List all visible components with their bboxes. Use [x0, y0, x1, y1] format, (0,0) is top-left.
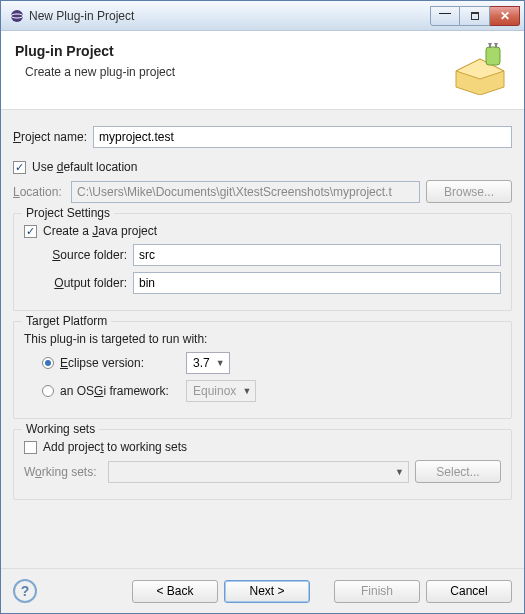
- chevron-down-icon: ▼: [242, 386, 251, 396]
- working-sets-label: Working sets:: [24, 465, 102, 479]
- use-default-location-label: Use default location: [32, 160, 137, 174]
- window-buttons: — ✕: [430, 6, 520, 26]
- plugin-wizard-icon: [450, 43, 510, 95]
- create-java-checkbox[interactable]: ✓: [24, 225, 37, 238]
- project-settings-group: Project Settings ✓ Create a Java project…: [13, 213, 512, 311]
- target-platform-group: Target Platform This plug-in is targeted…: [13, 321, 512, 419]
- location-label: Location:: [13, 185, 65, 199]
- titlebar[interactable]: New Plug-in Project — ✕: [1, 1, 524, 31]
- select-working-sets-button: Select...: [415, 460, 501, 483]
- output-folder-input[interactable]: [133, 272, 501, 294]
- source-folder-label: Source folder:: [42, 248, 127, 262]
- close-button[interactable]: ✕: [490, 6, 520, 26]
- next-button[interactable]: Next >: [224, 580, 310, 603]
- finish-button: Finish: [334, 580, 420, 603]
- use-default-location-checkbox[interactable]: ✓: [13, 161, 26, 174]
- dialog-content: Project name: ✓ Use default location Loc…: [1, 110, 524, 568]
- maximize-button[interactable]: [460, 6, 490, 26]
- create-java-label: Create a Java project: [43, 224, 157, 238]
- chevron-down-icon: ▼: [395, 467, 404, 477]
- osgi-framework-label: an OSGi framework:: [60, 384, 180, 398]
- osgi-framework-radio[interactable]: [42, 385, 54, 397]
- eclipse-version-value: 3.7: [193, 356, 210, 370]
- project-name-input[interactable]: [93, 126, 512, 148]
- project-name-label: Project name:: [13, 130, 87, 144]
- working-sets-select: ▼: [108, 461, 409, 483]
- window-title: New Plug-in Project: [25, 9, 430, 23]
- osgi-framework-value: Equinox: [193, 384, 236, 398]
- eclipse-version-select[interactable]: 3.7 ▼: [186, 352, 230, 374]
- working-sets-legend: Working sets: [22, 422, 99, 436]
- minimize-button[interactable]: —: [430, 6, 460, 26]
- cancel-button[interactable]: Cancel: [426, 580, 512, 603]
- target-intro-label: This plug-in is targeted to run with:: [24, 332, 501, 346]
- page-subtitle: Create a new plug-in project: [25, 65, 450, 79]
- page-title: Plug-in Project: [15, 43, 450, 59]
- help-button[interactable]: ?: [13, 579, 37, 603]
- eclipse-version-label: Eclipse version:: [60, 356, 180, 370]
- target-platform-legend: Target Platform: [22, 314, 111, 328]
- svg-rect-2: [486, 47, 500, 65]
- output-folder-label: Output folder:: [42, 276, 127, 290]
- dialog-window: New Plug-in Project — ✕ Plug-in Project …: [0, 0, 525, 614]
- eclipse-icon: [9, 8, 25, 24]
- browse-button: Browse...: [426, 180, 512, 203]
- wizard-header: Plug-in Project Create a new plug-in pro…: [1, 31, 524, 110]
- working-sets-group: Working sets Add project to working sets…: [13, 429, 512, 500]
- add-working-sets-checkbox[interactable]: [24, 441, 37, 454]
- chevron-down-icon: ▼: [216, 358, 225, 368]
- back-button[interactable]: < Back: [132, 580, 218, 603]
- eclipse-version-radio[interactable]: [42, 357, 54, 369]
- svg-point-0: [11, 10, 23, 22]
- project-settings-legend: Project Settings: [22, 206, 114, 220]
- button-bar: ? < Back Next > Finish Cancel: [1, 568, 524, 613]
- source-folder-input[interactable]: [133, 244, 501, 266]
- add-working-sets-label: Add project to working sets: [43, 440, 187, 454]
- location-input: [71, 181, 420, 203]
- osgi-framework-select: Equinox ▼: [186, 380, 256, 402]
